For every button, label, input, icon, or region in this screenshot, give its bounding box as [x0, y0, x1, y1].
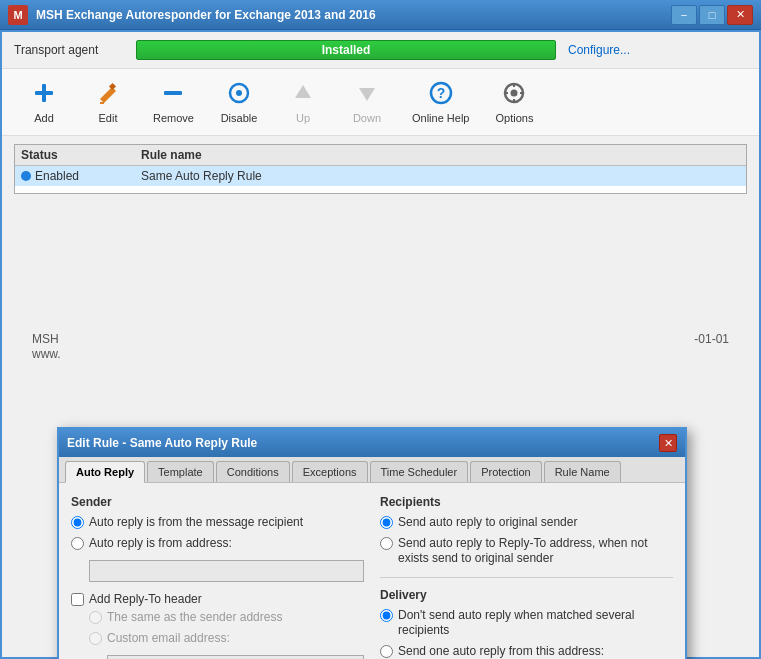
recipients-radio-0[interactable] — [380, 516, 393, 529]
up-button[interactable]: Up — [273, 75, 333, 129]
sender-option-0-label: Auto reply is from the message recipient — [89, 515, 303, 531]
recipients-radio-1[interactable] — [380, 537, 393, 550]
edit-button[interactable]: Edit — [78, 75, 138, 129]
reply-to-custom-input-row — [107, 653, 364, 659]
sender-radio-0[interactable] — [71, 516, 84, 529]
configure-link[interactable]: Configure... — [568, 43, 630, 57]
left-col: Sender Auto reply is from the message re… — [71, 495, 364, 659]
add-reply-to-label[interactable]: Add Reply-To header — [89, 592, 202, 606]
up-label: Up — [296, 112, 310, 124]
sender-address-input[interactable] — [89, 560, 364, 582]
sender-title: Sender — [71, 495, 364, 509]
tab-conditions[interactable]: Conditions — [216, 461, 290, 482]
reply-to-custom-radio[interactable] — [89, 632, 102, 645]
tab-protection[interactable]: Protection — [470, 461, 542, 482]
svg-marker-7 — [295, 85, 311, 98]
options-label: Options — [495, 112, 533, 124]
title-bar: M MSH Exchange Autoresponder for Exchang… — [0, 0, 761, 30]
dialog-title: Edit Rule - Same Auto Reply Rule — [67, 436, 257, 450]
disable-icon — [226, 80, 252, 110]
delivery-option-0-label: Don't send auto reply when matched sever… — [398, 608, 673, 639]
dialog-body: Sender Auto reply is from the message re… — [59, 483, 685, 659]
delivery-radio-0[interactable] — [380, 609, 393, 622]
main-window: Transport agent Installed Configure... A… — [0, 30, 761, 659]
online-help-button[interactable]: ? Online Help — [401, 75, 480, 129]
sender-address-row — [89, 558, 364, 582]
delivery-radio-1[interactable] — [380, 645, 393, 658]
minimize-button[interactable]: − — [671, 5, 697, 25]
row-status: Enabled — [21, 169, 141, 183]
sender-radio-1[interactable] — [71, 537, 84, 550]
sender-option-1-label: Auto reply is from address: — [89, 536, 232, 552]
transport-status: Installed — [136, 40, 556, 60]
svg-rect-1 — [35, 91, 53, 95]
tab-exceptions[interactable]: Exceptions — [292, 461, 368, 482]
right-col: Recipients Send auto reply to original s… — [380, 495, 673, 659]
tab-template[interactable]: Template — [147, 461, 214, 482]
reply-to-same-label: The same as the sender address — [107, 610, 282, 626]
delivery-option-1[interactable]: Send one auto reply from this address: — [380, 644, 673, 659]
dialog-close-button[interactable]: ✕ — [659, 434, 677, 452]
reply-to-custom[interactable]: Custom email address: — [89, 631, 364, 647]
window-controls: − □ ✕ — [671, 5, 753, 25]
add-button[interactable]: Add — [14, 75, 74, 129]
rules-table: Status Rule name Enabled Same Auto Reply… — [14, 144, 747, 194]
up-icon — [290, 80, 316, 110]
remove-button[interactable]: Remove — [142, 75, 205, 129]
transport-bar: Transport agent Installed Configure... — [2, 32, 759, 69]
status-dot — [21, 171, 31, 181]
remove-icon — [160, 80, 186, 110]
down-label: Down — [353, 112, 381, 124]
two-col-layout: Sender Auto reply is from the message re… — [71, 495, 673, 659]
recipients-option-0[interactable]: Send auto reply to original sender — [380, 515, 673, 531]
svg-text:?: ? — [436, 85, 445, 101]
app-icon: M — [8, 5, 28, 25]
recipients-title: Recipients — [380, 495, 673, 509]
tab-rule-name[interactable]: Rule Name — [544, 461, 621, 482]
delivery-radio-group: Don't send auto reply when matched sever… — [380, 608, 673, 659]
sender-option-0[interactable]: Auto reply is from the message recipient — [71, 515, 364, 531]
tab-time-scheduler[interactable]: Time Scheduler — [370, 461, 469, 482]
reply-to-same[interactable]: The same as the sender address — [89, 610, 364, 626]
tab-auto-reply[interactable]: Auto Reply — [65, 461, 145, 483]
recipients-option-0-label: Send auto reply to original sender — [398, 515, 577, 531]
help-icon: ? — [428, 80, 454, 110]
disable-button[interactable]: Disable — [209, 75, 269, 129]
recipients-option-1[interactable]: Send auto reply to Reply-To address, whe… — [380, 536, 673, 567]
sender-radio-group: Auto reply is from the message recipient… — [71, 515, 364, 582]
row-name: Same Auto Reply Rule — [141, 169, 740, 183]
recipients-radio-group: Send auto reply to original sender Send … — [380, 515, 673, 567]
divider — [380, 577, 673, 578]
svg-marker-8 — [359, 88, 375, 101]
edit-icon — [95, 80, 121, 110]
options-button[interactable]: Options — [484, 75, 544, 129]
dialog-title-bar: Edit Rule - Same Auto Reply Rule ✕ — [59, 429, 685, 457]
delivery-option-0[interactable]: Don't send auto reply when matched sever… — [380, 608, 673, 639]
delivery-title: Delivery — [380, 588, 673, 602]
sender-option-1[interactable]: Auto reply is from address: — [71, 536, 364, 552]
svg-point-12 — [511, 90, 518, 97]
table-row[interactable]: Enabled Same Auto Reply Rule — [15, 166, 746, 186]
maximize-button[interactable]: □ — [699, 5, 725, 25]
down-icon — [354, 80, 380, 110]
edit-rule-dialog: Edit Rule - Same Auto Reply Rule ✕ Auto … — [57, 427, 687, 659]
bg-link: www. — [32, 347, 61, 361]
bg-label: MSH — [32, 332, 59, 346]
delivery-option-1-label: Send one auto reply from this address: — [398, 644, 604, 659]
add-reply-to-checkbox[interactable] — [71, 593, 84, 606]
reply-to-custom-label: Custom email address: — [107, 631, 230, 647]
svg-point-6 — [236, 90, 242, 96]
rules-header: Status Rule name — [15, 145, 746, 166]
reply-to-custom-input[interactable] — [107, 655, 364, 659]
close-button[interactable]: ✕ — [727, 5, 753, 25]
toolbar: Add Edit Remove Disable Up — [2, 69, 759, 136]
recipients-option-1-label: Send auto reply to Reply-To address, whe… — [398, 536, 673, 567]
edit-label: Edit — [99, 112, 118, 124]
reply-to-same-radio[interactable] — [89, 611, 102, 624]
add-reply-to-row: Add Reply-To header — [71, 592, 364, 606]
down-button[interactable]: Down — [337, 75, 397, 129]
transport-label: Transport agent — [14, 43, 124, 57]
col-name: Rule name — [141, 148, 740, 162]
reply-to-sub-group: The same as the sender address Custom em… — [89, 610, 364, 659]
remove-label: Remove — [153, 112, 194, 124]
